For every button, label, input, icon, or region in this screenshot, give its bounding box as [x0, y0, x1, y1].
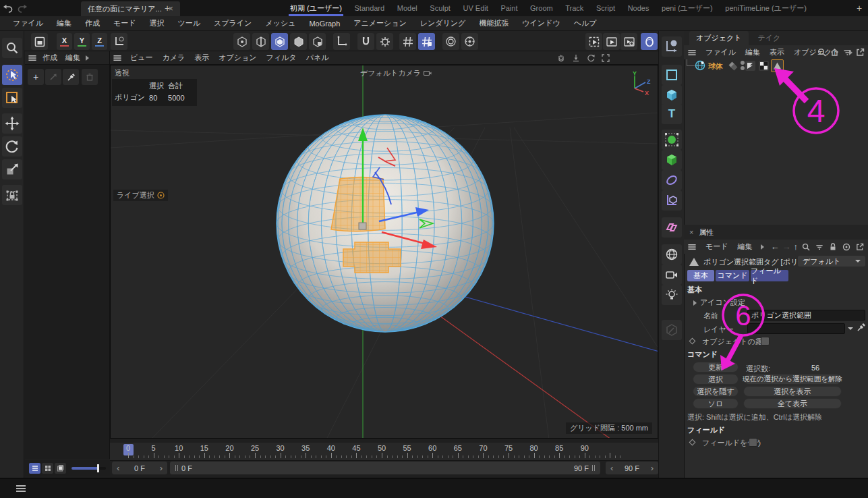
end-increment-icon[interactable]: ›	[651, 463, 654, 473]
thumbnail-size-slider[interactable]	[71, 464, 107, 473]
dolly-icon[interactable]	[571, 53, 581, 63]
falloff-rings-icon[interactable]	[442, 33, 459, 50]
menu-item[interactable]: メッシュ	[259, 16, 301, 30]
light-object-icon[interactable]	[662, 285, 682, 305]
grid-icon[interactable]	[399, 33, 416, 50]
add-button[interactable]: +	[28, 69, 44, 85]
layout-tab[interactable]: Groom	[529, 1, 554, 15]
close-panel-icon[interactable]: ×	[689, 228, 693, 236]
om-menu-item[interactable]: ファイル	[701, 46, 740, 59]
viewport[interactable]: 透視 デフォルトカメラ 選択合計 ポリゴン805000 ライブ選択 グリッド間隔…	[110, 65, 658, 439]
sculpt-pen-icon[interactable]	[662, 320, 682, 340]
pan-hand-icon[interactable]	[556, 53, 567, 63]
y-axis-toggle[interactable]: Y	[74, 33, 90, 50]
layout-tab[interactable]: UV Edit	[461, 1, 489, 15]
target-icon[interactable]	[841, 242, 852, 252]
lock-icon[interactable]	[828, 242, 838, 252]
object-name[interactable]: 球体	[708, 61, 723, 72]
filter-icon[interactable]	[842, 47, 852, 58]
polygons-mode-icon[interactable]	[271, 33, 288, 50]
status-menu-icon[interactable]	[16, 485, 26, 492]
layout-tab[interactable]: Script	[595, 1, 616, 15]
flyout-icon[interactable]	[86, 55, 89, 61]
layer-view-icon[interactable]	[55, 463, 66, 474]
modeling-axis-icon[interactable]	[662, 190, 682, 211]
show-all-button[interactable]: 全て表示	[743, 398, 842, 409]
x-axis-toggle[interactable]: X	[57, 33, 72, 50]
external-window-icon[interactable]	[855, 242, 865, 252]
frame-increment-icon[interactable]: ›	[160, 463, 163, 473]
sphere-object-icon[interactable]	[695, 60, 705, 72]
layer-chevron-icon[interactable]	[848, 327, 853, 330]
points-mode-icon[interactable]	[233, 33, 250, 50]
orbit-icon[interactable]	[585, 53, 596, 63]
home-icon[interactable]	[829, 47, 840, 58]
search-icon[interactable]	[801, 242, 811, 252]
panel-menu-item[interactable]: 編集	[61, 51, 84, 64]
search-icon[interactable]	[816, 47, 827, 58]
edges-mode-icon[interactable]	[252, 33, 269, 50]
range-start-grip[interactable]	[175, 465, 178, 471]
menu-item[interactable]: モード	[107, 16, 142, 30]
select-button[interactable]: 選択	[693, 374, 739, 385]
viewport-menu-item[interactable]: カメラ	[158, 51, 190, 64]
layer-color-icon[interactable]	[728, 61, 738, 72]
viewport-menu-item[interactable]: フィルタ	[262, 51, 301, 64]
tab-basic[interactable]: 基本	[687, 270, 714, 281]
up-icon[interactable]: ↑	[794, 242, 799, 252]
snap-magnet-icon[interactable]	[357, 33, 374, 50]
exposure-checkbox[interactable]	[761, 337, 770, 345]
search-commander-icon[interactable]	[2, 38, 22, 58]
layout-tab[interactable]: Paint	[499, 1, 519, 15]
menu-item[interactable]: 機能拡張	[473, 16, 515, 30]
enable-axis-icon[interactable]	[2, 185, 22, 205]
generator-cube-icon[interactable]	[662, 150, 682, 170]
frame-view-icon[interactable]	[600, 53, 611, 63]
rectangle-selection-tool-icon[interactable]	[2, 88, 22, 108]
menu-item[interactable]: 作成	[79, 16, 106, 30]
name-input[interactable]: ポリゴン選択範囲	[747, 310, 865, 321]
menu-item[interactable]: ウインドウ	[516, 16, 566, 30]
add-layout-button[interactable]: +	[852, 0, 866, 16]
eyedropper-icon[interactable]	[63, 69, 79, 85]
texture-mode-icon[interactable]	[309, 33, 326, 50]
menu-item[interactable]: ファイル	[7, 16, 49, 30]
menu-item[interactable]: レンダリング	[414, 16, 472, 30]
redo-icon[interactable]	[15, 2, 30, 14]
show-selection-button[interactable]: 選択を表示	[743, 386, 842, 397]
new-document-tab-button[interactable]: +	[161, 0, 174, 16]
subdivision-surface-icon[interactable]	[662, 130, 682, 150]
current-frame-spinner[interactable]: ‹ 0 F ›	[112, 462, 167, 474]
attr-menu-item[interactable]: 編集	[734, 240, 757, 253]
modeling-object-icon[interactable]	[31, 33, 48, 50]
rotate-tool-icon[interactable]	[2, 136, 22, 157]
sky-environment-icon[interactable]	[662, 244, 682, 265]
menu-item[interactable]: 選択	[144, 16, 171, 30]
attr-menu-item[interactable]: モード	[701, 240, 732, 253]
promote-icon[interactable]	[45, 69, 61, 85]
deformer-icon[interactable]	[662, 170, 682, 190]
delete-icon[interactable]	[82, 69, 98, 85]
menu-item[interactable]: ツール	[172, 16, 207, 30]
filter-icon[interactable]	[814, 242, 825, 252]
menu-item[interactable]: アニメーション	[347, 16, 413, 30]
use-fields-checkbox[interactable]	[749, 438, 757, 447]
workplane-axis-icon[interactable]	[333, 33, 350, 50]
frame-decrement-icon[interactable]: ‹	[117, 463, 119, 473]
render-settings-icon[interactable]	[620, 33, 637, 50]
interactive-render-icon[interactable]	[641, 33, 658, 50]
viewport-menu-item[interactable]: 表示	[190, 51, 213, 64]
manager-tab[interactable]: テイク	[751, 31, 788, 45]
tab-field[interactable]: フィールド	[751, 270, 788, 281]
list-view-icon[interactable]	[29, 463, 40, 474]
om-menu-item[interactable]: 表示	[765, 46, 788, 59]
hide-selection-button[interactable]: 選択を隠す	[693, 386, 739, 397]
end-frame-spinner[interactable]: ‹ 90 F ›	[606, 462, 658, 474]
model-mode-icon[interactable]	[290, 33, 307, 50]
snap-settings-gear-icon[interactable]	[376, 33, 393, 50]
move-tool-icon[interactable]	[2, 113, 22, 134]
viewport-menu-item[interactable]: パネル	[302, 51, 333, 64]
phong-tag-icon[interactable]	[745, 60, 756, 73]
attr-menu-icon[interactable]	[688, 244, 695, 250]
spline-primitive-icon[interactable]	[662, 65, 682, 85]
